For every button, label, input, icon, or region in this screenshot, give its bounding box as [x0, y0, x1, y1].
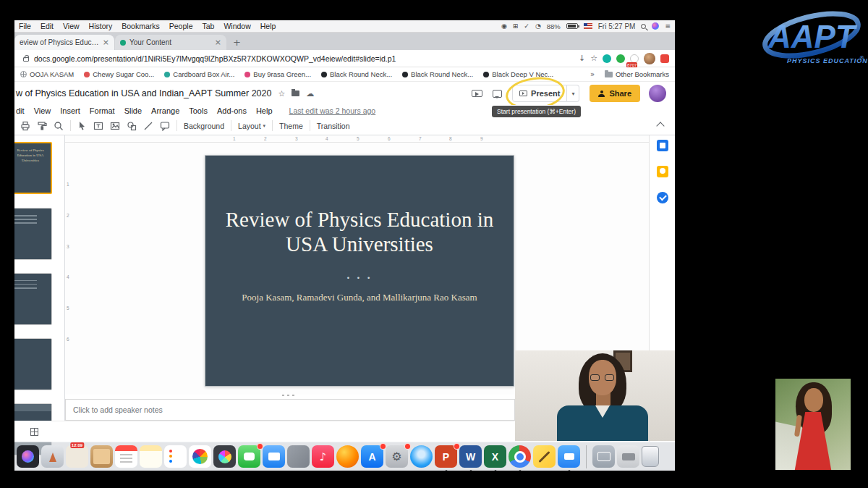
powerpoint-icon[interactable]: P	[435, 445, 457, 468]
menu-people[interactable]: People	[169, 22, 193, 30]
new-tab-button[interactable]: +	[233, 37, 241, 48]
download-icon[interactable]: ↓	[579, 54, 585, 63]
other-bookmarks[interactable]: Other Bookmarks	[605, 70, 669, 78]
slide-thumbnail-1[interactable]: Review of Physics Education in USA Unive…	[14, 142, 52, 194]
chrome-icon[interactable]	[509, 445, 531, 468]
bookmark-item[interactable]: Black Deep V Nec...	[483, 70, 553, 78]
speaker-notes-input[interactable]: Click to add speaker notes	[65, 399, 515, 421]
input-language-flag-icon[interactable]	[584, 23, 592, 29]
print-icon[interactable]	[20, 121, 30, 131]
comment-history-icon[interactable]	[493, 90, 502, 98]
menu-edit[interactable]: Edit	[41, 22, 54, 30]
star-document-icon[interactable]: ☆	[278, 89, 285, 98]
music-app-icon[interactable]	[312, 445, 334, 468]
trash-icon[interactable]	[642, 446, 659, 467]
extension-icon-teal[interactable]	[603, 54, 611, 63]
address-bar[interactable]: docs.google.com/presentation/d/1NiRi5Ey7…	[34, 54, 573, 63]
present-button[interactable]: Present	[512, 85, 567, 102]
grid-view-icon[interactable]	[30, 428, 38, 436]
launchpad-icon[interactable]	[41, 445, 64, 468]
insert-comment-icon[interactable]	[160, 121, 170, 131]
background-button[interactable]: Background	[184, 122, 224, 130]
insert-image-icon[interactable]	[110, 121, 120, 131]
siri-dock-icon[interactable]	[17, 445, 39, 468]
current-slide[interactable]: Review of Physics Education in USA Unive…	[205, 155, 514, 387]
extension-icon-counter[interactable]: 8707	[630, 54, 639, 63]
transition-button[interactable]: Transition	[317, 122, 350, 130]
secure-lock-icon[interactable]	[23, 57, 29, 62]
bookmark-star-icon[interactable]: ☆	[590, 54, 597, 63]
siri-icon[interactable]	[652, 22, 659, 30]
bookmark-item[interactable]: Black Round Neck...	[402, 70, 473, 78]
screenshot-preview-icon[interactable]: 12:09	[66, 445, 88, 468]
share-button[interactable]: Share	[590, 85, 640, 102]
notes-app-icon[interactable]	[140, 445, 162, 468]
bookmark-item[interactable]: Cardboard Box Air...	[164, 70, 234, 78]
slides-menu-addons[interactable]: Add-ons	[217, 106, 247, 115]
zoom-icon[interactable]	[54, 121, 64, 131]
downloads-folder-icon[interactable]	[90, 445, 113, 468]
extension-icon-red[interactable]	[660, 54, 669, 63]
account-avatar[interactable]	[649, 85, 666, 102]
excel-icon[interactable]: X	[484, 445, 506, 468]
insert-line-icon[interactable]	[143, 121, 153, 131]
menu-history[interactable]: History	[89, 22, 113, 30]
slides-menu-view[interactable]: View	[34, 106, 51, 115]
collapse-toolbar-icon[interactable]	[656, 122, 664, 130]
utility-app-icon[interactable]	[287, 445, 310, 468]
slides-menu-tools[interactable]: Tools	[189, 106, 208, 115]
bookmark-item[interactable]: Black Round Neck...	[321, 70, 392, 78]
tab-slides-document[interactable]: eview of Physics Education in ×	[14, 35, 114, 50]
volume-icon[interactable]: ◔	[535, 23, 541, 30]
last-edit-link[interactable]: Last edit was 2 hours ago	[289, 106, 376, 115]
bookmark-item[interactable]: OOJA KASAM	[20, 70, 74, 78]
bookmark-item[interactable]: Buy 9rasa Green...	[244, 70, 311, 78]
slide-title[interactable]: Review of Physics Education in USA Unive…	[215, 208, 504, 257]
status-check-icon[interactable]: ✓	[524, 23, 529, 30]
mail-app-icon[interactable]	[263, 445, 285, 468]
word-icon[interactable]: W	[459, 445, 482, 468]
close-tab-icon[interactable]: ×	[103, 38, 109, 47]
tab-your-content[interactable]: Your Content ×	[115, 35, 226, 50]
present-dropdown-caret[interactable]: ▾	[567, 85, 579, 102]
screen-record-icon[interactable]: ◉	[501, 23, 507, 30]
system-preferences-icon[interactable]	[386, 445, 408, 468]
document-title[interactable]: w of Physics Education in USA and Indian…	[16, 88, 271, 98]
safari-icon[interactable]	[410, 445, 433, 468]
menu-bookmarks[interactable]: Bookmarks	[122, 22, 160, 30]
photos-app-icon[interactable]	[189, 445, 211, 468]
calendar-icon[interactable]	[657, 140, 668, 151]
theme-button[interactable]: Theme	[279, 122, 303, 130]
menubar-clock[interactable]: Fri 5:27 PM	[598, 22, 636, 30]
slides-menu-arrange[interactable]: Arrange	[151, 106, 179, 115]
bookmark-item[interactable]: Chewy Sugar Coo...	[84, 70, 154, 78]
keyboard-settings-icon[interactable]	[617, 445, 639, 468]
layout-button[interactable]: Layout▾	[238, 122, 265, 130]
slides-menu-edit[interactable]: dit	[16, 106, 25, 115]
browser-profile-avatar[interactable]	[644, 53, 655, 64]
extension-icon-green[interactable]	[616, 54, 625, 63]
menu-tab[interactable]: Tab	[202, 22, 214, 30]
slides-menu-insert[interactable]: Insert	[60, 106, 80, 115]
reminders-app-icon[interactable]	[164, 445, 187, 468]
display-icon[interactable]: ⊞	[513, 23, 519, 30]
keep-icon[interactable]	[657, 166, 668, 177]
messages-app-icon[interactable]	[238, 445, 260, 468]
menu-view[interactable]: View	[63, 22, 80, 30]
notification-center-icon[interactable]: ≡	[665, 23, 671, 30]
annotation-app-icon[interactable]	[533, 445, 556, 468]
tasks-icon[interactable]	[657, 192, 668, 203]
menu-window[interactable]: Window	[224, 22, 250, 30]
slide-thumbnail-2[interactable]	[14, 208, 52, 260]
menu-file[interactable]: File	[19, 22, 31, 30]
text-box-icon[interactable]	[93, 121, 103, 131]
app-store-icon[interactable]: A	[361, 445, 383, 468]
battery-icon[interactable]	[566, 23, 578, 29]
slides-menu-format[interactable]: Format	[90, 106, 115, 115]
insert-shape-icon[interactable]	[127, 121, 137, 131]
bookmarks-overflow-chevron[interactable]: »	[590, 70, 595, 78]
slide-authors[interactable]: Pooja Kasam, Ramadevi Gunda, and Mallika…	[205, 292, 514, 303]
menu-help[interactable]: Help	[260, 22, 276, 30]
webcam-participant-video[interactable]	[515, 350, 675, 441]
slides-menu-slide[interactable]: Slide	[124, 106, 142, 115]
